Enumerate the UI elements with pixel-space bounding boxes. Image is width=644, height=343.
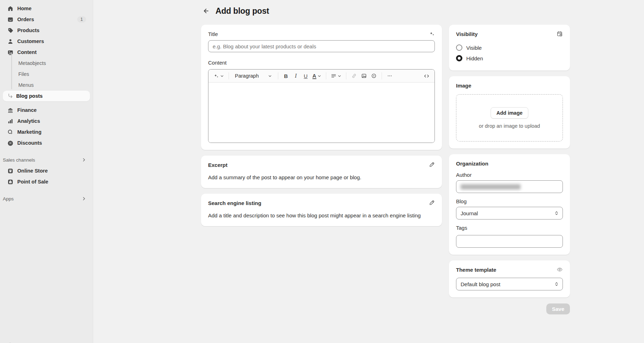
insert-link-button[interactable]	[350, 71, 359, 81]
arrow-left-icon	[202, 7, 209, 14]
sidebar-item-analytics[interactable]: Analytics	[3, 116, 90, 126]
chevron-down-icon	[338, 74, 341, 78]
editor-ai-button[interactable]	[212, 71, 225, 81]
visibility-option-hidden[interactable]: Hidden	[456, 53, 563, 64]
theme-template-title: Theme template	[456, 266, 563, 273]
page-actions: Save	[449, 303, 570, 314]
sidebar-item-settings[interactable]: Settings	[3, 340, 90, 343]
radio-label: Hidden	[466, 55, 483, 61]
paragraph-style-dropdown[interactable]: Paragraph	[232, 71, 275, 81]
text-color-label: A	[312, 73, 316, 79]
video-play-icon	[371, 73, 377, 79]
add-image-button[interactable]: Add image	[491, 107, 528, 119]
sidebar-item-label: Analytics	[17, 118, 86, 124]
updown-chevron-icon	[554, 282, 559, 287]
more-options-button[interactable]	[385, 71, 394, 81]
sidebar-item-label: Online Store	[17, 168, 86, 174]
sidebar-item-files[interactable]: Files	[3, 69, 90, 79]
sidebar-item-customers[interactable]: Customers	[3, 36, 90, 47]
editor-content-area[interactable]	[208, 83, 435, 143]
tags-input[interactable]	[456, 235, 563, 248]
app-window: Home Orders 1 Products Customers C	[0, 0, 644, 343]
visibility-option-visible[interactable]: Visible	[456, 42, 563, 53]
insert-video-button[interactable]	[369, 71, 378, 81]
sidebar-item-finance[interactable]: Finance	[3, 105, 90, 115]
visibility-title: Visibility	[456, 31, 563, 38]
toolbar-divider	[278, 72, 278, 79]
schedule-visibility-button[interactable]	[556, 30, 564, 38]
sidebar-item-label: Marketing	[17, 129, 86, 135]
align-left-icon	[331, 73, 336, 79]
sidebar-section-apps[interactable]: Apps	[3, 193, 90, 204]
tags-field-group: Tags	[456, 224, 563, 248]
image-dropzone[interactable]: Add image or drop an image to upload	[456, 94, 563, 142]
text-color-button[interactable]: A	[311, 71, 323, 81]
link-icon	[351, 73, 357, 79]
sidebar-item-metaobjects[interactable]: Metaobjects	[3, 58, 90, 68]
chevron-down-icon	[268, 74, 272, 78]
preview-template-button[interactable]	[556, 266, 564, 273]
orders-count-badge: 1	[78, 17, 86, 23]
blog-field-group: Blog Journal	[456, 198, 563, 219]
paragraph-style-label: Paragraph	[235, 73, 259, 79]
image-icon	[361, 73, 367, 79]
media-content-icon	[7, 49, 13, 55]
online-store-icon	[7, 168, 13, 174]
save-button[interactable]: Save	[546, 303, 570, 314]
chevron-right-icon	[81, 157, 86, 162]
italic-button[interactable]: I	[291, 71, 300, 81]
underline-button[interactable]: U	[301, 71, 310, 81]
sidebar-item-products[interactable]: Products	[3, 25, 90, 36]
sidebar-item-label: Customers	[17, 38, 86, 44]
discount-badge-icon	[7, 140, 13, 146]
alignment-button[interactable]	[329, 71, 343, 81]
edit-excerpt-button[interactable]	[428, 161, 436, 168]
blog-select-value: Journal	[461, 210, 478, 216]
bold-button[interactable]: B	[281, 71, 291, 81]
sidebar-item-label: Discounts	[17, 140, 86, 146]
sidebar-item-orders[interactable]: Orders 1	[3, 14, 90, 25]
sidebar-item-online-store[interactable]: Online Store	[3, 166, 90, 176]
sidebar-item-menus[interactable]: Menus	[3, 80, 90, 90]
image-card: Image Add image or drop an image to uplo…	[449, 76, 570, 149]
nav-tree-line	[11, 54, 12, 89]
ai-sparkle-button[interactable]	[428, 30, 436, 37]
sidebar-item-point-of-sale[interactable]: Point of Sale	[3, 176, 90, 187]
insert-image-button[interactable]	[359, 71, 369, 81]
author-input[interactable]	[456, 180, 563, 193]
sidebar-item-blog-posts[interactable]: Blog posts	[3, 91, 90, 101]
blog-select[interactable]: Journal	[456, 207, 563, 219]
excerpt-description: Add a summary of the post to appear on y…	[208, 174, 435, 181]
back-button[interactable]	[201, 6, 211, 16]
sidebar-item-label: Files	[18, 71, 29, 77]
image-card-title: Image	[456, 82, 563, 89]
page-title: Add blog post	[215, 6, 269, 16]
theme-template-select[interactable]: Default blog post	[456, 278, 563, 290]
chevron-down-icon	[317, 74, 321, 78]
point-of-sale-icon	[7, 179, 13, 185]
sidebar-item-discounts[interactable]: Discounts	[3, 138, 90, 148]
tag-icon	[7, 27, 13, 34]
radio-label: Visible	[466, 45, 482, 51]
sidebar-item-home[interactable]: Home	[3, 3, 90, 14]
title-input[interactable]	[208, 40, 435, 52]
section-label: Apps	[3, 196, 14, 201]
code-icon	[424, 73, 430, 79]
bar-chart-icon	[7, 118, 13, 124]
sidebar-item-label: Products	[17, 28, 86, 33]
visibility-card: Visibility Visible Hidden	[449, 25, 570, 71]
excerpt-title: Excerpt	[208, 162, 435, 169]
pencil-icon	[429, 200, 435, 206]
show-html-button[interactable]	[422, 71, 431, 81]
sidebar-item-content[interactable]: Content	[3, 47, 90, 58]
sidebar-item-marketing[interactable]: Marketing	[3, 127, 90, 137]
bank-icon	[7, 107, 13, 113]
sidebar-section-sales-channels[interactable]: Sales channels	[3, 155, 90, 165]
sidebar: Home Orders 1 Products Customers C	[0, 0, 93, 343]
edit-seo-button[interactable]	[428, 199, 436, 206]
sidebar-item-label: Metaobjects	[18, 60, 46, 66]
excerpt-card: Excerpt Add a summary of the post to app…	[201, 156, 442, 188]
radio-unchecked	[456, 44, 462, 51]
seo-description: Add a title and description to see how t…	[208, 212, 435, 219]
home-icon	[7, 5, 13, 12]
